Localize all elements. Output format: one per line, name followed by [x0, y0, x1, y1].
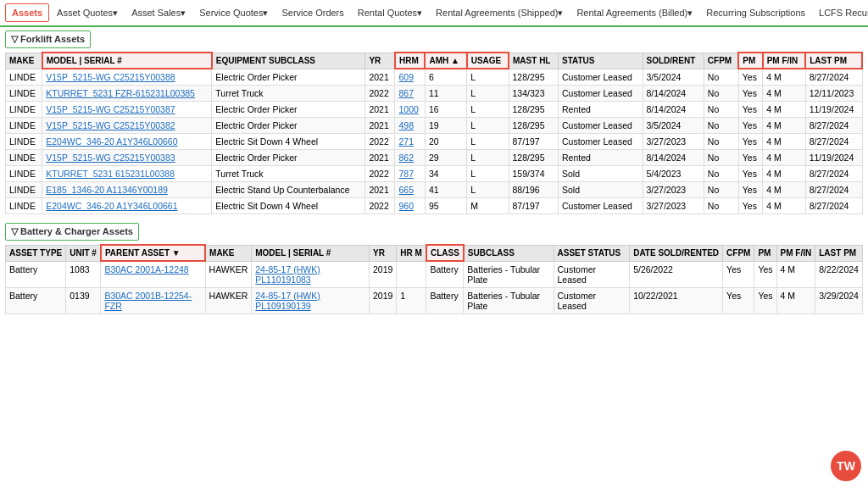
nav-rental-agreements-shipped[interactable]: Rental Agreements (Shipped)▾	[430, 4, 569, 22]
cell-make: LINDE	[6, 86, 42, 102]
cell-usage: L	[467, 182, 509, 198]
nav-rental-quotes[interactable]: Rental Quotes▾	[352, 4, 428, 22]
bcell-asset-status: Customer Leased	[554, 287, 630, 313]
bcol-class: CLASS	[426, 245, 464, 261]
col-pm-fin: PM F/IN	[763, 53, 806, 69]
bcell-hr-m: 1	[397, 287, 426, 313]
cell-hrm[interactable]: 271	[395, 134, 426, 150]
cell-usage: L	[467, 150, 509, 166]
cell-pm: Yes	[738, 102, 762, 118]
nav-lcfs[interactable]: LCFS Recurring Subscription	[813, 4, 868, 21]
bcell-unit: 0139	[66, 287, 101, 313]
cell-model[interactable]: KTURRET_5231 FZR-615231L00385	[42, 86, 212, 102]
cell-subclass: Electric Order Picker	[212, 69, 365, 86]
forklift-table-row: LINDE V15P_5215-WG C25215Y00383 Electric…	[6, 150, 863, 166]
bcell-last-pm: 8/22/2024	[815, 261, 863, 287]
cell-mast-hl: 128/295	[509, 69, 558, 86]
battery-section-header[interactable]: ▽ Battery & Charger Assets	[0, 219, 868, 244]
nav-asset-sales[interactable]: Asset Sales▾	[125, 4, 192, 22]
bcell-cfpm: Yes	[723, 261, 754, 287]
cell-hrm[interactable]: 609	[395, 69, 426, 86]
bcell-subclass: Batteries - Tubular Plate	[464, 287, 554, 313]
bcell-parent-asset[interactable]: B30AC 2001A-12248	[101, 261, 205, 287]
cell-subclass: Electric Order Picker	[212, 118, 365, 134]
cell-status: Customer Leased	[558, 69, 643, 86]
cell-yr: 2021	[365, 69, 395, 86]
nav-asset-quotes[interactable]: Asset Quotes▾	[51, 4, 124, 22]
cell-mast-hl: 134/323	[509, 86, 558, 102]
cell-hrm[interactable]: 1000	[395, 102, 426, 118]
cell-yr: 2022	[365, 166, 395, 182]
nav-recurring-subscriptions[interactable]: Recurring Subscriptions	[700, 4, 811, 21]
cell-subclass: Electric Order Picker	[212, 150, 365, 166]
cell-usage: L	[467, 86, 509, 102]
cell-status: Customer Leased	[558, 118, 643, 134]
nav-rental-agreements-billed[interactable]: Rental Agreements (Billed)▾	[570, 4, 698, 22]
cell-hrm[interactable]: 498	[395, 118, 426, 134]
cell-hrm[interactable]: 665	[395, 182, 426, 198]
cell-cfpm: No	[704, 86, 738, 102]
bcell-subclass: Batteries - Tubular Plate	[464, 261, 554, 287]
bcol-cfpm: CFPM	[723, 245, 754, 261]
cell-last-pm: 8/27/2024	[805, 182, 862, 198]
bcol-last-pm: LAST PM	[815, 245, 863, 261]
cell-make: LINDE	[6, 102, 42, 118]
cell-sold-rent: 3/5/2024	[643, 118, 704, 134]
cell-hrm[interactable]: 862	[395, 150, 426, 166]
col-yr: YR	[365, 53, 395, 69]
cell-model[interactable]: E204WC_346-20 A1Y346L00661	[42, 198, 212, 214]
cell-cfpm: No	[704, 182, 738, 198]
bcell-asset-type: Battery	[6, 261, 66, 287]
bcell-class: Battery	[426, 287, 464, 313]
nav-service-orders[interactable]: Service Orders	[275, 4, 349, 21]
cell-model[interactable]: V15P_5215-WG C25215Y00382	[42, 118, 212, 134]
bcell-last-pm: 3/29/2024	[815, 287, 863, 313]
cell-model[interactable]: KTURRET_5231 615231L00388	[42, 166, 212, 182]
cell-amh: 29	[425, 150, 466, 166]
forklift-table-row: LINDE E204WC_346-20 A1Y346L00660 Electri…	[6, 134, 863, 150]
cell-make: LINDE	[6, 166, 42, 182]
cell-model[interactable]: V15P_5215-WG C25215Y00388	[42, 69, 212, 86]
cell-hrm[interactable]: 960	[395, 198, 426, 214]
col-status: STATUS	[558, 53, 643, 69]
cell-mast-hl: 128/295	[509, 150, 558, 166]
cell-pm-fin: 4 M	[763, 134, 806, 150]
bcell-model[interactable]: 24-85-17 (HWK) PL109190139	[252, 287, 370, 313]
bcell-model[interactable]: 24-85-17 (HWK) PL110191083	[252, 261, 370, 287]
forklift-section-header[interactable]: ▽ Forklift Assets	[0, 27, 868, 52]
bcol-parent-asset: PARENT ASSET ▼	[101, 245, 205, 261]
cell-model[interactable]: E204WC_346-20 A1Y346L00660	[42, 134, 212, 150]
bcell-date-sold: 10/22/2021	[630, 287, 723, 313]
cell-model[interactable]: V15P_5215-WG C25215Y00387	[42, 102, 212, 118]
cell-last-pm: 8/27/2024	[805, 118, 862, 134]
cell-cfpm: No	[704, 102, 738, 118]
cell-usage: L	[467, 102, 509, 118]
nav-service-quotes[interactable]: Service Quotes▾	[193, 4, 274, 22]
cell-hrm[interactable]: 867	[395, 86, 426, 102]
forklift-table-row: LINDE V15P_5215-WG C25215Y00388 Electric…	[6, 69, 863, 86]
cell-last-pm: 8/27/2024	[805, 166, 862, 182]
col-equipment-subclass: EQUIPMENT SUBCLASS	[212, 53, 365, 69]
cell-hrm[interactable]: 787	[395, 166, 426, 182]
cell-pm-fin: 4 M	[763, 198, 806, 214]
cell-make: LINDE	[6, 150, 42, 166]
cell-usage: M	[467, 198, 509, 214]
cell-usage: L	[467, 69, 509, 86]
battery-table-wrapper: ASSET TYPE UNIT # PARENT ASSET ▼ MAKE MO…	[0, 244, 868, 319]
bcol-date-sold: DATE SOLD/RENTED	[630, 245, 723, 261]
bcell-pm-fin: 4 M	[776, 287, 815, 313]
bcell-parent-asset[interactable]: B30AC 2001B-12254-FZR	[101, 287, 205, 313]
cell-cfpm: No	[704, 150, 738, 166]
cell-pm: Yes	[738, 150, 762, 166]
cell-sold-rent: 3/27/2023	[643, 198, 704, 214]
cell-amh: 16	[425, 102, 466, 118]
cell-pm-fin: 4 M	[763, 118, 806, 134]
cell-model[interactable]: V15P_5215-WG C25215Y00383	[42, 150, 212, 166]
nav-assets[interactable]: Assets	[5, 3, 49, 22]
cell-model[interactable]: E185_1346-20 A11346Y00189	[42, 182, 212, 198]
cell-make: LINDE	[6, 69, 42, 86]
cell-make: LINDE	[6, 182, 42, 198]
battery-header-row: ASSET TYPE UNIT # PARENT ASSET ▼ MAKE MO…	[6, 245, 863, 261]
cell-yr: 2021	[365, 118, 395, 134]
col-pm: PM	[738, 53, 762, 69]
